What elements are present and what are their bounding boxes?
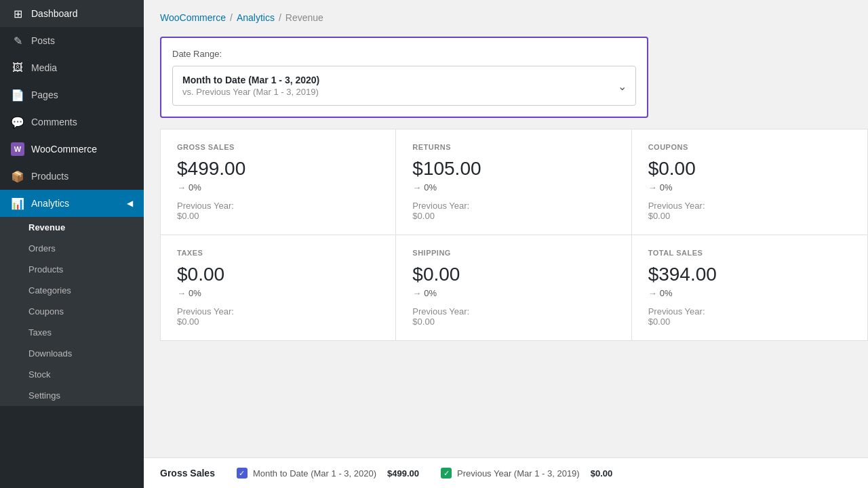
posts-icon: ✎ [11, 34, 24, 47]
stat-change: → 0% [177, 182, 379, 192]
products-icon: 📦 [11, 169, 24, 183]
arrow-icon: → [177, 182, 186, 192]
arrow-icon: → [648, 288, 657, 298]
sidebar-item-label: WooCommerce [31, 144, 97, 155]
sidebar-item-label: Comments [31, 117, 77, 127]
stat-prev-value: $0.00 [177, 317, 379, 327]
stat-prev-value: $0.00 [412, 211, 614, 221]
stat-change-pct: 0% [424, 182, 437, 192]
sidebar-item-label: Products [31, 171, 68, 182]
sidebar-item-pages[interactable]: 📄 Pages [0, 81, 144, 108]
legend-check-green: ✓ [441, 468, 452, 479]
stat-card-coupons: COUPONS $0.00 → 0% Previous Year: $0.00 [632, 129, 867, 235]
legend-item-prev: ✓ Previous Year (Mar 1 - 3, 2019) $0.00 [441, 468, 612, 479]
breadcrumb-sep2: / [279, 12, 281, 23]
stat-card-gross-sales: GROSS SALES $499.00 → 0% Previous Year: … [161, 129, 396, 235]
breadcrumb-current: Revenue [285, 12, 323, 23]
submenu-coupons[interactable]: Coupons [0, 301, 144, 322]
stat-prev-value: $0.00 [648, 317, 851, 327]
date-range-select[interactable]: Month to Date (Mar 1 - 3, 2020) vs. Prev… [172, 66, 636, 106]
stat-label: GROSS SALES [177, 143, 379, 151]
sidebar-item-label: Dashboard [31, 8, 78, 19]
legend-item-current: ✓ Month to Date (Mar 1 - 3, 2020) $499.0… [237, 468, 419, 479]
arrow-icon: → [177, 288, 186, 298]
stat-label: SHIPPING [412, 249, 614, 257]
stat-card-shipping: SHIPPING $0.00 → 0% Previous Year: $0.00 [396, 235, 631, 340]
submenu-revenue[interactable]: Revenue [0, 217, 144, 238]
stat-change: → 0% [648, 182, 851, 192]
stat-change-pct: 0% [660, 182, 673, 192]
legend-title: Gross Sales [160, 468, 215, 479]
dashboard-icon: ⊞ [11, 7, 24, 20]
stat-card-taxes: TAXES $0.00 → 0% Previous Year: $0.00 [161, 235, 396, 340]
stat-change-pct: 0% [660, 288, 673, 298]
sidebar-item-label: Analytics [31, 198, 69, 209]
breadcrumb-analytics[interactable]: Analytics [237, 12, 275, 23]
stat-prev-label: Previous Year: [412, 306, 614, 317]
stat-change: → 0% [412, 288, 614, 298]
stat-change-pct: 0% [189, 288, 201, 298]
legend-bar: Gross Sales ✓ Month to Date (Mar 1 - 3, … [144, 458, 868, 488]
sidebar-item-products[interactable]: 📦 Products [0, 163, 144, 190]
comments-icon: 💬 [11, 115, 24, 129]
stat-prev-value: $0.00 [177, 211, 379, 221]
sidebar-item-dashboard[interactable]: ⊞ Dashboard [0, 0, 144, 27]
submenu-orders[interactable]: Orders [0, 238, 144, 259]
date-range-filter: Date Range: Month to Date (Mar 1 - 3, 20… [160, 37, 648, 118]
legend-item1-value: $499.00 [387, 468, 419, 479]
stat-value: $0.00 [648, 158, 851, 180]
stat-value: $0.00 [412, 264, 614, 285]
stat-change-pct: 0% [424, 288, 437, 298]
sidebar-item-label: Media [31, 62, 57, 73]
sidebar-item-media[interactable]: 🖼 Media [0, 54, 144, 81]
filter-label: Date Range: [172, 49, 636, 59]
breadcrumb-woocommerce[interactable]: WooCommerce [160, 12, 226, 23]
stat-label: RETURNS [412, 143, 614, 151]
stat-value: $394.00 [648, 264, 851, 285]
stat-value: $499.00 [177, 158, 379, 180]
arrow-icon: → [648, 182, 657, 192]
stat-value: $105.00 [412, 158, 614, 180]
legend-item1-label: Month to Date (Mar 1 - 3, 2020) [253, 468, 376, 479]
sidebar-item-posts[interactable]: ✎ Posts [0, 27, 144, 54]
stat-prev-value: $0.00 [648, 211, 851, 221]
stat-change: → 0% [177, 288, 379, 298]
stat-prev-label: Previous Year: [412, 201, 614, 211]
main-content: WooCommerce / Analytics / Revenue Date R… [144, 0, 868, 488]
submenu-downloads[interactable]: Downloads [0, 343, 144, 364]
pages-icon: 📄 [11, 88, 24, 102]
stat-card-total-sales: TOTAL SALES $394.00 → 0% Previous Year: … [632, 235, 867, 340]
sidebar-item-woocommerce[interactable]: W WooCommerce [0, 136, 144, 163]
stat-change: → 0% [412, 182, 614, 192]
media-icon: 🖼 [11, 61, 24, 75]
arrow-icon: → [412, 182, 421, 192]
stat-prev-value: $0.00 [412, 317, 614, 327]
legend-item2-value: $0.00 [591, 468, 613, 479]
stat-card-returns: RETURNS $105.00 → 0% Previous Year: $0.0… [396, 129, 631, 235]
stat-value: $0.00 [177, 264, 379, 285]
submenu-categories[interactable]: Categories [0, 280, 144, 301]
sidebar-item-analytics[interactable]: 📊 Analytics ◀ [0, 190, 144, 217]
analytics-submenu: Revenue Orders Products Categories Coupo… [0, 217, 144, 406]
secondary-date: vs. Previous Year (Mar 1 - 3, 2019) [182, 87, 608, 97]
sidebar-item-label: Pages [31, 89, 58, 100]
sidebar-item-label: Posts [31, 35, 55, 46]
stat-change-pct: 0% [189, 182, 201, 192]
stat-label: COUPONS [648, 143, 851, 151]
stat-prev-label: Previous Year: [177, 201, 379, 211]
chevron-down-icon: ⌄ [618, 79, 627, 92]
legend-item2-label: Previous Year (Mar 1 - 3, 2019) [457, 468, 580, 479]
sidebar-item-comments[interactable]: 💬 Comments [0, 108, 144, 136]
submenu-settings[interactable]: Settings [0, 385, 144, 406]
stat-change: → 0% [648, 288, 851, 298]
date-select-wrapper: Month to Date (Mar 1 - 3, 2020) vs. Prev… [172, 66, 636, 106]
submenu-taxes[interactable]: Taxes [0, 322, 144, 343]
submenu-stock[interactable]: Stock [0, 364, 144, 385]
stat-label: TOTAL SALES [648, 249, 851, 257]
breadcrumb-sep1: / [230, 12, 233, 23]
submenu-products[interactable]: Products [0, 259, 144, 280]
breadcrumb: WooCommerce / Analytics / Revenue [144, 0, 868, 30]
woocommerce-icon: W [11, 142, 24, 156]
stat-prev-label: Previous Year: [648, 201, 851, 211]
stat-prev-label: Previous Year: [648, 306, 851, 317]
